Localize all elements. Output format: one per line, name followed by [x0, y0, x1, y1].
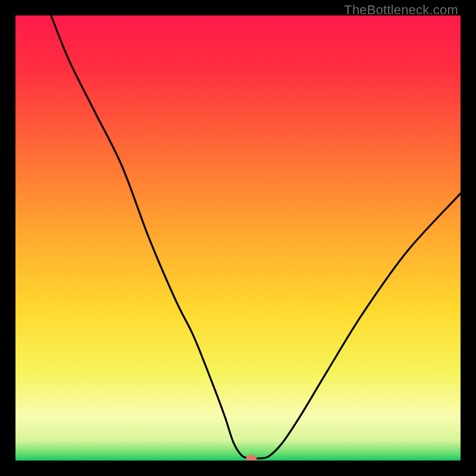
chart-frame: [15, 15, 461, 461]
bottleneck-chart: [15, 15, 461, 461]
plot-area: [15, 15, 461, 461]
gradient-background: [15, 15, 461, 461]
